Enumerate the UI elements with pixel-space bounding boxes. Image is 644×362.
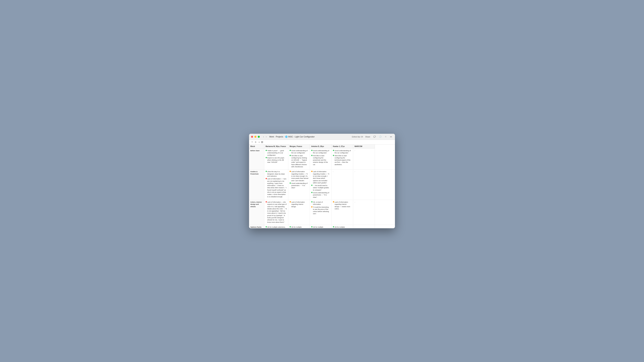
cell-item: Expect to see info popin when clicking o… [266,157,287,163]
block-cell: Before Start [249,148,264,169]
green-dot [333,150,334,151]
share-button[interactable]: Share [364,135,371,138]
cell-morgan: Ok for multiple selections, no need more… [288,225,310,228]
toolbar-bold[interactable]: B [254,141,257,143]
table-row: Grades & PowertrainLikes the way it is d… [249,169,395,200]
cell-antoine: Lack of information regarding Grades — "… [310,169,332,200]
breadcrumb: Work / Projects / 🌐 INSC - Light Car Con… [269,136,314,138]
toolbar-list[interactable]: ≡ [258,141,260,143]
table-row: Options PacksOk for multiple selections,… [249,225,395,228]
cell-item: Lack of information regarding interior d… [333,201,352,210]
cell-marcom: - [353,200,375,225]
back-button[interactable]: ‹ [262,135,264,138]
red-dot [266,178,267,179]
green-dot [333,226,334,227]
green-dot [266,157,267,158]
cell-item: Lack of information — "you are not expla… [266,178,287,198]
orange-dot [311,206,312,207]
cell-morgan: Good understanding of the car configurat… [288,148,310,169]
app-window: ‹ › Work / Projects / 🌐 INSC - Light Car… [249,134,395,228]
cell-marianna: "Make it yours" → good understanding of … [264,148,288,169]
green-dot [266,150,267,151]
cell-item: "It could be interesting to see the pric… [311,206,330,215]
cell-item: Lack of information regarding Grades — "… [290,170,308,182]
cell-item: He'd like to start configuring the power… [311,155,330,166]
data-table: Block Marianna M, 30yo, France Morgan, F… [249,144,395,228]
green-dot [311,185,312,186]
more-button[interactable]: ••• [389,135,393,138]
star-button[interactable]: ☆ [384,135,388,138]
cell-item: - [354,226,373,228]
cell-item: Good understanding of powertrains → "It … [311,192,330,198]
green-dot [290,150,291,151]
toolbar-text[interactable]: T [251,141,254,143]
nav-buttons: ‹ › [262,135,267,138]
cell-antoine: Good understanding of the car configurat… [310,148,332,169]
green-dot [266,171,267,172]
green-dot [311,192,312,193]
col-marcom: MARCOM [353,144,375,148]
cell-marcom: - [353,169,375,200]
breadcrumb-icon: 🌐 [285,136,288,138]
green-dot [311,150,312,151]
cell-marianna: Lack of information — she expects to see… [264,200,288,225]
cell-marianna: Ok for multiple selections, no need more… [264,225,288,228]
col-marianna: Marianna M, 30yo, France [264,144,288,148]
green-dot [311,201,312,202]
cell-kawtar: Ok for multiple selections.Lack of infor… [332,225,353,228]
col-morgan: Morgan, France [288,144,310,148]
titlebar: ‹ › Work / Projects / 🌐 INSC - Light Car… [249,134,395,140]
cell-antoine: Ok, no lack of information"It could be i… [310,200,332,225]
cell-item: Good understanding of powertrains → "It … [290,182,308,189]
breadcrumb-work[interactable]: Work [269,136,274,138]
block-cell: Colors, interior design and wheels [249,200,264,225]
cell-item: Ok for multiple selections, no need more… [290,226,308,228]
cell-marianna: Likes the way it is designed, steps by s… [264,169,288,200]
green-dot [266,226,267,227]
cell-marcom: - [353,225,375,228]
forward-button[interactable]: › [265,135,267,138]
breadcrumb-current[interactable]: INSC - Light Car Configurator [288,136,314,138]
col-antoine: Antoine D, 29yo [310,144,332,148]
green-dot [290,226,291,227]
close-button[interactable] [251,136,253,138]
cell-item: - [333,170,352,173]
cell-item: Lack of information regarding Grades — "… [311,170,330,184]
cell-item: Good understanding of the car configurat… [290,149,308,154]
cell-item: Lack of information — she expects to see… [266,201,287,223]
toolbar: T B ≡ [249,140,395,144]
cell-item: - [354,201,373,203]
cell-antoine: Ok for multiple selections, no need more… [310,225,332,228]
block-cell: Grades & Powertrain [249,169,264,200]
table-container[interactable]: Block Marianna M, 30yo, France Morgan, F… [249,144,395,228]
cell-item: Good understanding of the car configurat… [311,149,330,154]
cell-item: Ok, no lack of information [311,201,330,205]
cell-item: She'd like to start configuring the tech… [333,155,352,166]
table-row: Colors, interior design and wheelsLack o… [249,200,395,225]
block-cell: Options Packs [249,225,264,228]
cell-item: Likes the way it is designed, steps by s… [266,170,287,177]
green-dot [333,155,334,156]
history-button[interactable]: 🕐 [378,135,382,138]
table-row: Before Start"Make it yours" → good under… [249,148,395,169]
cell-marcom: - [353,148,375,169]
grid-icon [261,141,263,143]
orange-dot [333,201,334,202]
cell-item: Ok for multiple selections, no need more… [311,226,330,228]
maximize-button[interactable] [258,136,260,138]
cell-kawtar: Lack of information regarding interior d… [332,200,353,225]
breadcrumb-projects[interactable]: Projects [276,136,283,138]
col-block: Block [249,144,264,148]
cell-morgan: Lack of information regarding Grades — "… [288,169,310,200]
cell-item: - [354,149,373,152]
green-dot [290,155,291,156]
comment-button[interactable]: 💬 [372,135,377,138]
orange-dot [290,201,291,202]
minimize-button[interactable] [254,136,256,138]
cell-kawtar: Good understanding of the car configurat… [332,148,353,169]
cell-morgan: Lack of information regarding interior d… [288,200,310,225]
orange-dot [311,171,312,172]
cell-item: "Make it yours" → good understanding of … [266,149,287,156]
cell-item: Lack of information regarding interior d… [290,201,308,208]
orange-dot [290,171,291,172]
